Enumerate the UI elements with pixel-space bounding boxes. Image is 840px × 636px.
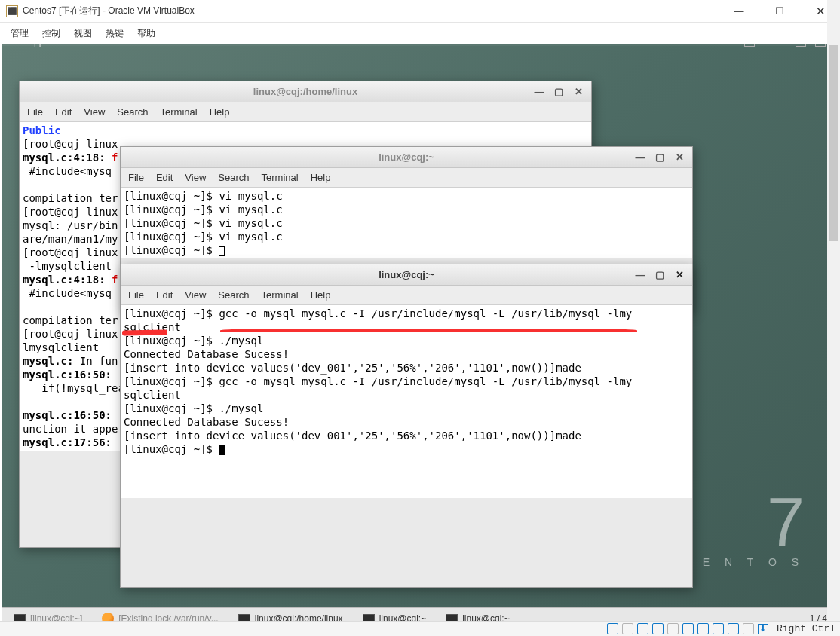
menu-terminal[interactable]: Terminal [161,106,198,118]
terminal2-body[interactable]: [linux@cqj ~]$ vi mysql.c [linux@cqj ~]$… [121,188,692,258]
recording-icon[interactable] [713,623,724,634]
centos-watermark: 7 C E N T O S [680,488,805,568]
menu-view[interactable]: View [185,172,206,183]
vbox-menu-manage[interactable]: 管理 [11,27,29,40]
menu-file[interactable]: File [27,106,43,118]
menu-help[interactable]: Help [311,172,331,183]
clock[interactable]: 07:00 [764,44,786,47]
menu-search[interactable]: Search [218,289,249,301]
terminal1-maximize-button[interactable]: ▢ [550,84,567,98]
keyboard-lang-indicator[interactable]: en [725,44,735,47]
audio-icon[interactable] [637,623,648,634]
terminal3-menu-bar: File Edit View Search Terminal Help [121,286,692,305]
menu-help[interactable]: Help [311,289,331,301]
menu-edit[interactable]: Edit [156,289,173,301]
menu-terminal[interactable]: Terminal [262,172,299,183]
menu-help[interactable]: Help [210,106,230,118]
cpu-icon[interactable] [728,623,739,634]
centos-word: C E N T O S [680,556,805,568]
terminal1-close-button[interactable]: ✕ [570,84,587,98]
gnome-terminal-menu[interactable]: Terminal [131,44,165,47]
terminal2-maximize-button[interactable]: ▢ [651,150,668,164]
vbox-status-bar: ⬇ Right Ctrl [0,621,840,636]
terminal2-close-button[interactable]: ✕ [671,150,688,164]
menu-view[interactable]: View [84,106,105,118]
shared-folders-icon[interactable] [682,623,694,634]
vbox-menu-help[interactable]: 帮助 [137,27,155,40]
terminal1-title[interactable]: linux@cqj:/home/linux — ▢ ✕ [20,81,591,102]
menu-file[interactable]: File [128,172,144,183]
menu-terminal[interactable]: Terminal [262,289,299,301]
usb-icon[interactable] [667,623,679,634]
terminal3-minimize-button[interactable]: — [632,268,648,281]
accessibility-icon[interactable] [744,44,755,47]
vbox-menu-control[interactable]: 控制 [42,27,60,40]
terminal1-minimize-button[interactable]: — [531,84,547,98]
menu-search[interactable]: Search [218,172,249,183]
hdd-icon[interactable] [607,623,618,634]
menu-search[interactable]: Search [117,106,148,118]
terminal3-cursor [219,445,225,455]
terminal2-cursor [219,246,225,256]
hostkey-arrow-icon: ⬇ [758,624,768,634]
terminal3-title[interactable]: linux@cqj:~ — ▢ ✕ [121,264,692,286]
display-icon[interactable] [697,623,709,634]
maximize-button[interactable]: ☐ [766,2,793,20]
hostkey-label: Right Ctrl [777,623,835,634]
terminal2-title[interactable]: linux@cqj:~ — ▢ ✕ [121,147,692,168]
terminal1-menu-bar: File Edit View Search Terminal Help [20,102,591,122]
vbox-title: Centos7 [正在运行] - Oracle VM VirtualBox [23,5,195,17]
terminal2-menu-bar: File Edit View Search Terminal Help [121,168,692,188]
annotation-red-underline-right [220,329,637,332]
vbox-menu-view[interactable]: 视图 [74,27,92,40]
terminal2-minimize-button[interactable]: — [632,150,648,164]
guest-display: Applications Places Terminal en 07:00 7 … [2,44,838,628]
volume-icon[interactable] [796,44,806,47]
scrollbar-thumb[interactable] [829,45,838,241]
optical-icon[interactable] [622,623,633,634]
vbox-menu-bar: 管理 控制 视图 热键 帮助 [0,23,840,44]
mouse-icon[interactable] [743,623,754,634]
gnome-places-menu[interactable]: Places [90,44,118,47]
network-icon[interactable] [652,623,664,634]
terminal3-body[interactable]: [linux@cqj ~]$ gcc -o mysql mysql.c -I /… [121,305,692,498]
menu-edit[interactable]: Edit [55,106,72,118]
gnome-applications-menu[interactable]: Applications [28,44,77,47]
vbox-menu-hotkey[interactable]: 热键 [106,27,124,40]
vbox-titlebar: ⬛ Centos7 [正在运行] - Oracle VM VirtualBox … [0,0,840,23]
terminal3-maximize-button[interactable]: ▢ [651,268,668,281]
menu-file[interactable]: File [128,289,144,301]
power-icon[interactable] [815,44,826,47]
centos-version-digit: 7 [680,488,805,556]
terminal3-close-button[interactable]: ✕ [671,268,688,281]
menu-view[interactable]: View [185,289,206,301]
virtualbox-icon: ⬛ [6,5,18,17]
terminal-window-3[interactable]: linux@cqj:~ — ▢ ✕ File Edit View Search … [120,264,693,588]
minimize-button[interactable]: — [725,2,753,20]
gnome-top-panel: Applications Places Terminal en 07:00 [2,44,838,46]
menu-edit[interactable]: Edit [156,172,173,183]
annotation-red-underline-left [122,329,167,335]
page-scrollbar[interactable] [827,0,840,621]
